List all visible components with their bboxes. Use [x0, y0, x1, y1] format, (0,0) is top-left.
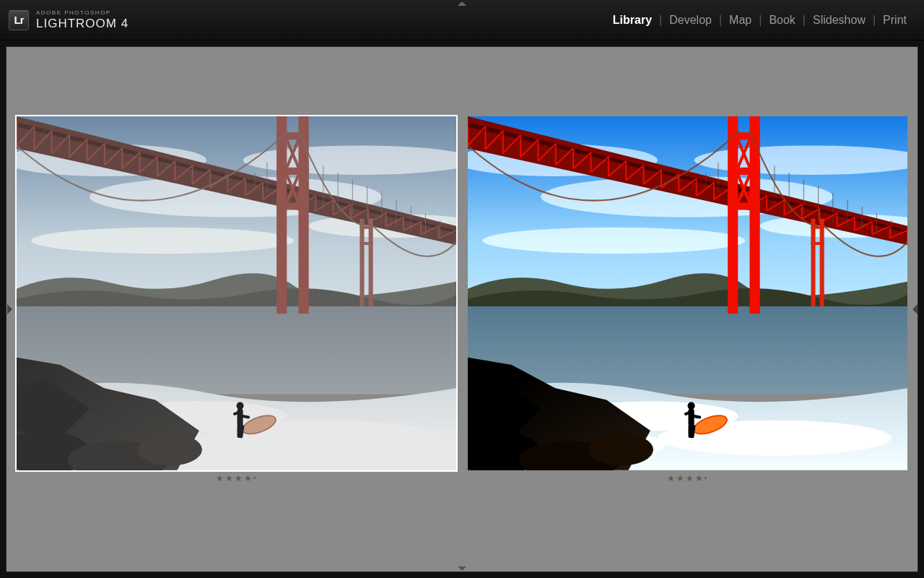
right-panel-toggle[interactable]: [910, 292, 919, 327]
star-icon[interactable]: ★: [244, 473, 253, 483]
top-bar: Lr ADOBE PHOTOSHOP LIGHTROOM 4 Library|D…: [0, 0, 924, 40]
module-separator: |: [756, 14, 764, 27]
star-icon[interactable]: ★: [686, 473, 695, 483]
svg-rect-185: [811, 219, 815, 306]
module-separator: |: [656, 14, 665, 27]
top-panel-toggle[interactable]: [448, 0, 476, 7]
svg-point-224: [589, 434, 653, 466]
module-separator: |: [800, 14, 808, 27]
svg-rect-179: [728, 168, 760, 175]
compare-pane-left: ★★★★•: [17, 116, 456, 483]
svg-rect-64: [276, 202, 309, 210]
left-panel-toggle[interactable]: [5, 292, 14, 327]
photo-left[interactable]: [17, 116, 456, 470]
svg-rect-63: [276, 168, 309, 175]
module-separator: |: [870, 14, 879, 27]
workspace: ★★★★•: [0, 40, 924, 578]
module-map[interactable]: Map: [725, 14, 756, 27]
star-icon[interactable]: ★: [235, 473, 244, 483]
svg-rect-72: [359, 242, 372, 245]
svg-rect-188: [811, 242, 824, 245]
canvas: ★★★★•: [6, 46, 918, 572]
filmstrip-toggle[interactable]: [448, 564, 476, 571]
svg-point-110: [237, 402, 244, 410]
module-separator: |: [716, 14, 725, 27]
app-product-line: LIGHTROOM 4: [36, 17, 128, 30]
svg-rect-176: [728, 116, 738, 314]
star-icon[interactable]: ★: [695, 473, 705, 483]
svg-point-5: [31, 228, 294, 254]
rating-right[interactable]: ★★★★•: [667, 473, 709, 483]
module-slideshow[interactable]: Slideshow: [808, 14, 870, 27]
svg-point-226: [688, 402, 695, 410]
svg-rect-178: [728, 132, 760, 139]
app-title: ADOBE PHOTOSHOP LIGHTROOM 4: [36, 10, 128, 30]
app-logo-initials: Lr: [14, 14, 24, 26]
svg-point-108: [138, 434, 202, 466]
svg-rect-61: [298, 116, 308, 314]
star-icon[interactable]: ★: [667, 473, 676, 483]
svg-rect-62: [276, 132, 309, 139]
star-icon[interactable]: ★: [225, 473, 235, 483]
svg-point-121: [482, 228, 745, 254]
module-develop[interactable]: Develop: [665, 14, 716, 27]
app-brand-line: ADOBE PHOTOSHOP: [36, 10, 128, 16]
svg-rect-60: [276, 116, 287, 314]
star-icon[interactable]: ★: [216, 473, 225, 483]
module-picker: Library|Develop|Map|Book|Slideshow|Print: [609, 14, 911, 27]
svg-rect-70: [369, 219, 373, 306]
rating-empty-icon[interactable]: •: [253, 474, 258, 482]
module-print[interactable]: Print: [879, 14, 911, 27]
module-library[interactable]: Library: [609, 14, 656, 27]
svg-rect-186: [820, 219, 824, 306]
svg-rect-177: [749, 116, 759, 314]
photo-right[interactable]: [468, 116, 907, 470]
rating-left[interactable]: ★★★★•: [216, 473, 258, 483]
compare-view: ★★★★•: [17, 116, 907, 483]
star-icon[interactable]: ★: [676, 473, 686, 483]
rating-empty-icon[interactable]: •: [705, 474, 709, 482]
app-logo-badge: Lr: [9, 10, 29, 30]
module-book[interactable]: Book: [764, 14, 799, 27]
svg-rect-180: [728, 202, 760, 210]
svg-rect-69: [359, 219, 364, 306]
compare-pane-right: ★★★★•: [468, 116, 907, 483]
